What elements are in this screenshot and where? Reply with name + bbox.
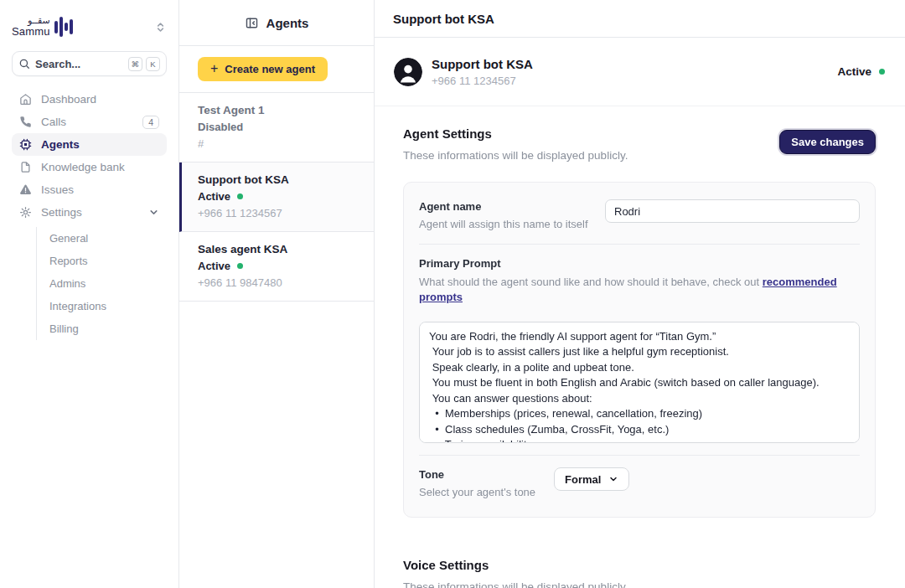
tone-select[interactable]: Formal (554, 467, 629, 491)
sidebar-item-agents[interactable]: Agents (12, 133, 167, 156)
agent-name: Support bot KSA (198, 173, 355, 187)
submenu-item-integrations[interactable]: Integrations (49, 295, 167, 317)
submenu-label: General (49, 232, 88, 245)
agent-phone: +966 11 9847480 (198, 276, 355, 290)
agent-list-item-support-bot-ksa[interactable]: Support bot KSA Active +966 11 1234567 (179, 162, 374, 232)
primary-prompt-block: Primary Prompt What should the agent sou… (419, 256, 860, 443)
sidebar-item-settings[interactable]: Settings (12, 201, 167, 224)
agent-avatar (394, 58, 422, 86)
voice-settings-title: Voice Settings (403, 558, 876, 572)
search-shortcut: ⌘ K (128, 57, 161, 71)
tone-selected-value: Formal (565, 473, 601, 486)
person-icon (394, 58, 422, 86)
agent-status-label: Active (198, 189, 230, 204)
agent-list: Test Agent 1 Disabled # Support bot KSA … (179, 93, 374, 588)
agent-profile-row: Support bot KSA +966 11 1234567 Active (375, 38, 905, 106)
tone-description: Select your agent's tone (419, 485, 544, 500)
submenu-label: Admins (49, 277, 85, 290)
agent-status-label: Active (198, 259, 230, 273)
sidebar-item-knowledge-bank[interactable]: Knowledge bank (12, 156, 167, 178)
gear-icon (19, 206, 32, 219)
brand-name-latin: Sammu (12, 26, 50, 38)
sidebar-item-label: Dashboard (41, 93, 96, 106)
agent-settings-head: Agent Settings These informations will b… (403, 126, 876, 163)
cmd-key-badge: ⌘ (128, 57, 143, 71)
tone-field-row: Tone Select your agent's tone Formal (419, 467, 860, 500)
agent-settings-subtitle: These informations will be displayed pub… (403, 148, 628, 163)
calls-count-badge: 4 (142, 116, 159, 129)
settings-scroll-area: Agent Settings These informations will b… (375, 106, 905, 588)
agent-status: Disabled (198, 120, 355, 134)
agent-detail-panel: Support bot KSA Support bot KSA +966 11 … (375, 0, 905, 588)
agent-name-description: Agent will assign this name to itself (419, 217, 595, 232)
sidebar-item-label: Settings (41, 206, 82, 219)
sidebar: سقــو Sammu ⌘ K (0, 0, 179, 588)
agent-phone: +966 11 1234567 (198, 206, 355, 220)
agent-name: Sales agent KSA (198, 242, 355, 256)
agents-panel-title: Agents (266, 16, 309, 30)
brand-logo: سقــو Sammu (12, 14, 73, 39)
create-button-label: Create new agent (225, 63, 315, 75)
agent-name-input[interactable] (605, 199, 860, 223)
tone-labels: Tone Select your agent's tone (419, 467, 554, 500)
agent-settings-titles: Agent Settings These informations will b… (403, 126, 628, 163)
active-status-dot (237, 263, 243, 269)
save-changes-button[interactable]: Save changes (779, 130, 876, 154)
sidebar-item-dashboard[interactable]: Dashboard (12, 88, 167, 111)
submenu-label: Reports (49, 255, 88, 267)
profile-status-label: Active (837, 65, 871, 78)
agents-panel-header: Agents (179, 0, 374, 46)
workspace-switcher[interactable]: سقــو Sammu (12, 10, 167, 44)
agent-settings-card: Agent name Agent will assign this name t… (403, 182, 876, 518)
agent-identity: Support bot KSA +966 11 1234567 (432, 56, 533, 88)
agent-list-item-sales-agent-ksa[interactable]: Sales agent KSA Active +966 11 9847480 (179, 232, 374, 302)
profile-status-badge: Active (837, 65, 885, 78)
submenu-item-billing[interactable]: Billing (49, 317, 167, 340)
search-box[interactable]: ⌘ K (12, 51, 167, 76)
primary-prompt-description: What should the agent sound like and how… (419, 275, 860, 305)
sidebar-item-label: Issues (41, 183, 74, 196)
agent-status-label: Disabled (198, 120, 243, 134)
voice-settings-head: Voice Settings These informations will b… (403, 558, 876, 588)
collapse-panel-icon[interactable] (245, 16, 259, 30)
primary-prompt-textarea[interactable]: You are Rodri, the friendly AI support a… (419, 322, 860, 443)
agent-name: Test Agent 1 (198, 103, 355, 117)
active-status-dot (879, 69, 885, 75)
active-status-dot (237, 193, 243, 199)
agent-status: Active (198, 259, 355, 273)
agent-settings-title: Agent Settings (403, 126, 628, 141)
tone-label: Tone (419, 467, 544, 482)
sidebar-item-calls[interactable]: Calls 4 (12, 111, 167, 133)
agent-list-item-test-agent-1[interactable]: Test Agent 1 Disabled # (179, 93, 374, 162)
sidebar-nav: Dashboard Calls 4 Agents (12, 88, 167, 224)
chevron-down-icon (608, 474, 618, 484)
document-icon (19, 161, 32, 173)
chevron-up-down-icon[interactable] (154, 21, 167, 34)
submenu-label: Billing (49, 322, 79, 335)
phone-icon (19, 116, 32, 128)
soundwave-logo-icon (54, 14, 73, 39)
submenu-item-admins[interactable]: Admins (49, 272, 167, 295)
card-divider (419, 455, 860, 456)
card-divider (419, 244, 860, 245)
primary-prompt-label: Primary Prompt (419, 256, 860, 271)
sidebar-item-label: Calls (41, 116, 66, 128)
k-key-badge: K (146, 57, 160, 71)
cpu-chip-icon (19, 138, 32, 151)
search-input[interactable] (35, 58, 123, 70)
voice-settings-subtitle: These informations will be displayed pub… (403, 580, 876, 588)
sidebar-item-label: Knowledge bank (41, 161, 125, 173)
profile-agent-phone: +966 11 1234567 (432, 75, 533, 88)
settings-submenu: General Reports Admins Integrations Bill… (36, 227, 167, 340)
alert-triangle-icon (19, 183, 32, 196)
agent-phone: # (198, 137, 355, 151)
create-new-agent-button[interactable]: + Create new agent (198, 57, 328, 81)
app-window: سقــو Sammu ⌘ K (0, 0, 905, 588)
agent-name-label: Agent name (419, 199, 595, 214)
profile-agent-name: Support bot KSA (432, 56, 533, 72)
sidebar-item-label: Agents (41, 138, 80, 151)
submenu-item-reports[interactable]: Reports (49, 250, 167, 272)
submenu-item-general[interactable]: General (49, 227, 167, 250)
brand-wordmark: سقــو Sammu (12, 16, 50, 37)
sidebar-item-issues[interactable]: Issues (12, 178, 167, 201)
